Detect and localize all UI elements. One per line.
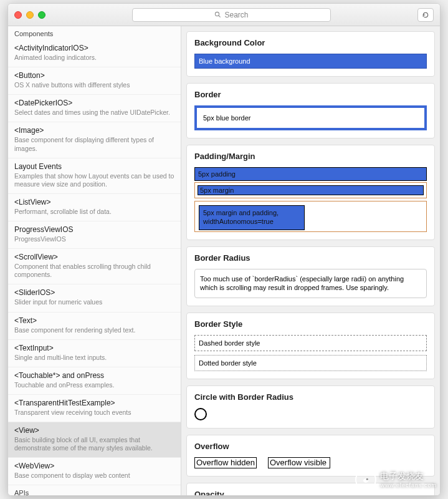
sidebar-item-desc: Single and multi-line text inputs. <box>14 354 174 362</box>
search-input[interactable]: Search <box>132 8 331 22</box>
sidebar-item-title: <Button> <box>14 71 174 80</box>
sidebar-item-desc: ProgressViewIOS <box>14 235 174 243</box>
border-sample: 5px blue border <box>194 105 427 130</box>
sidebar-item-desc: Performant, scrollable list of data. <box>14 208 174 216</box>
sidebar-item-desc: Base component to display web content <box>14 472 174 480</box>
card-border-radius: Border Radius Too much use of `borderRad… <box>186 246 435 307</box>
card-title: Border <box>194 90 427 99</box>
sidebar-item[interactable]: ProgressViewIOSProgressViewIOS <box>8 221 181 249</box>
padding-sample: 5px padding <box>194 167 427 181</box>
sidebar-item[interactable]: <Button>OS X native buttons with differe… <box>8 67 181 95</box>
sidebar-item[interactable]: Layout EventsExamples that show how Layo… <box>8 158 181 194</box>
sidebar-item-title: ProgressViewIOS <box>14 225 174 234</box>
card-border-style: Border Style Dashed border style Dotted … <box>186 312 435 379</box>
sidebar-item-title: <TransparentHitTestExample> <box>14 399 174 407</box>
sidebar-item-desc: Select dates and times using the native … <box>14 109 174 117</box>
sidebar-item-desc: Examples that show how Layout events can… <box>14 172 174 188</box>
close-button[interactable] <box>14 11 22 19</box>
sidebar-item[interactable]: <ActivityIndicatorIOS>Animated loading i… <box>8 40 181 67</box>
sidebar-item-desc: OS X native buttons with different style… <box>14 81 174 89</box>
sidebar-item-desc: Base component for displaying different … <box>14 136 174 152</box>
card-overflow: Overflow Overflow hidden Overflow visibl… <box>186 435 435 477</box>
sidebar-item-desc: Touchable and onPress examples. <box>14 381 174 389</box>
margin-padding-sample: 5px margin and padding,widthAutonomous=t… <box>199 205 305 230</box>
sidebar-item-desc: Component that enables scrolling through… <box>14 263 174 279</box>
sidebar-item[interactable]: <ScrollView>Component that enables scrol… <box>8 249 181 284</box>
circle-sample <box>194 408 207 420</box>
card-title: Circle with Border Radius <box>194 392 427 402</box>
sidebar-item-title: <Touchable*> and onPress <box>14 371 174 380</box>
sidebar-item-title: <ScrollView> <box>14 253 174 261</box>
sidebar-item-title: <WebView> <box>14 462 174 470</box>
sidebar-item-title: <Text> <box>14 316 174 325</box>
sidebar-item-desc: Slider input for numeric values <box>14 298 174 306</box>
sidebar-item-title: <ActivityIndicatorIOS> <box>14 44 174 52</box>
reload-icon <box>422 11 429 19</box>
sidebar-item-desc: Transparent view receiving touch events <box>14 409 174 417</box>
content-split: Components<ActivityIndicatorIOS>Animated… <box>8 26 440 495</box>
margin-sample: 5px margin <box>198 185 424 195</box>
minimize-button[interactable] <box>26 11 34 19</box>
card-title: Overflow <box>194 442 427 451</box>
sidebar-item-title: <View> <box>14 426 174 435</box>
sidebar-item-title: <TextInput> <box>14 344 174 352</box>
sidebar-item-desc: Basic building block of all UI, examples… <box>14 436 174 452</box>
sidebar-item[interactable]: <View>Basic building block of all UI, ex… <box>8 422 181 458</box>
sidebar-section-header: Components <box>8 26 181 40</box>
card-opacity: Opacity Opacity 0.1 Opacity 0.3 Opacity … <box>186 483 435 495</box>
border-radius-note: Too much use of `borderRadius` (especial… <box>194 269 427 299</box>
card-padding-margin: Padding/Margin 5px padding 5px margin 5p… <box>186 145 435 240</box>
reload-button[interactable] <box>417 8 434 22</box>
card-title: Background Color <box>194 38 427 47</box>
sidebar-item-desc: Animated loading indicators. <box>14 54 174 62</box>
window-controls <box>14 11 45 19</box>
sidebar-item[interactable]: <TextInput>Single and multi-line text in… <box>8 340 181 367</box>
sidebar[interactable]: Components<ActivityIndicatorIOS>Animated… <box>8 26 181 495</box>
sidebar-item[interactable]: <Touchable*> and onPressTouchable and on… <box>8 367 181 395</box>
svg-line-1 <box>219 16 221 17</box>
sidebar-item[interactable]: <ListView>Performant, scrollable list of… <box>8 194 181 221</box>
sidebar-item-title: <SliderIOS> <box>14 288 174 297</box>
card-circle: Circle with Border Radius <box>186 385 435 429</box>
svg-point-0 <box>216 12 219 16</box>
sidebar-item-title: Layout Events <box>14 162 174 171</box>
overflow-visible-sample: Overflow visible <box>268 457 330 468</box>
zoom-button[interactable] <box>38 11 45 19</box>
bg-color-sample: Blue background <box>194 54 427 69</box>
card-border: Border 5px blue border <box>186 83 435 138</box>
sidebar-item-title: <Image> <box>14 126 174 135</box>
card-background-color: Background Color Blue background <box>186 31 435 77</box>
search-icon <box>214 11 221 18</box>
dotted-sample: Dotted border style <box>194 355 427 371</box>
card-title: Border Style <box>194 319 427 329</box>
detail-pane[interactable]: Background Color Blue background Border … <box>181 26 440 495</box>
sidebar-item[interactable]: <Image>Base component for displaying dif… <box>8 122 181 158</box>
sidebar-item[interactable]: <TransparentHitTestExample>Transparent v… <box>8 395 181 422</box>
sidebar-item[interactable]: <WebView>Base component to display web c… <box>8 458 181 485</box>
card-title: Border Radius <box>194 253 427 263</box>
sidebar-section-header: APIs <box>8 485 181 495</box>
card-title: Padding/Margin <box>194 152 427 161</box>
card-title: Opacity <box>194 490 427 495</box>
sidebar-item-desc: Base component for rendering styled text… <box>14 326 174 334</box>
sidebar-item-title: <ListView> <box>14 198 174 206</box>
sidebar-item[interactable]: <Text>Base component for rendering style… <box>8 312 181 340</box>
sidebar-item-title: <DatePickerIOS> <box>14 99 174 107</box>
dashed-sample: Dashed border style <box>194 335 427 351</box>
overflow-hidden-sample: Overflow hidden <box>194 457 257 468</box>
sidebar-item[interactable]: <SliderIOS>Slider input for numeric valu… <box>8 284 181 312</box>
titlebar: Search <box>8 4 440 26</box>
sidebar-item[interactable]: <DatePickerIOS>Select dates and times us… <box>8 95 181 122</box>
app-window: Search Components<ActivityIndicatorIOS>A… <box>7 3 441 496</box>
search-placeholder: Search <box>224 11 248 19</box>
